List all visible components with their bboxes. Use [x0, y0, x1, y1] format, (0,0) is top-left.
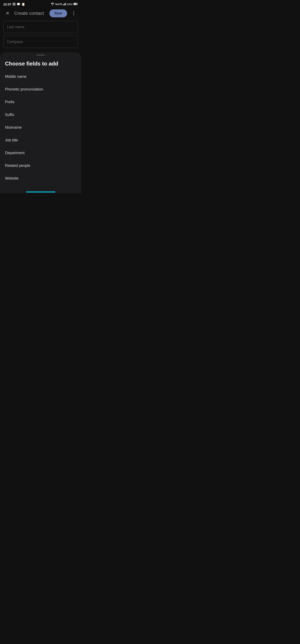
field-item-related-people[interactable]: Related people: [0, 159, 81, 172]
field-item-job-title[interactable]: Job title: [0, 134, 81, 146]
close-icon: ✕: [6, 11, 9, 16]
status-left: 22:57 🖼 💬 📋: [3, 2, 25, 6]
svg-rect-1: [64, 4, 64, 5]
field-list: Middle name Phonetic pronunciation Prefi…: [0, 70, 81, 185]
field-item-middle-name[interactable]: Middle name: [0, 70, 81, 83]
battery-text: 83%: [67, 3, 72, 6]
clipboard-icon: 📋: [21, 2, 25, 6]
svg-rect-5: [74, 3, 77, 4]
svg-rect-2: [65, 3, 65, 5]
svg-rect-0: [63, 4, 63, 5]
field-item-website[interactable]: Website: [0, 172, 81, 185]
sheet-title: Choose fields to add: [0, 60, 81, 70]
messenger-icon: 💬: [17, 2, 20, 6]
status-time: 22:57: [3, 2, 11, 6]
home-indicator: [0, 190, 81, 193]
svg-rect-6: [77, 3, 78, 4]
top-nav: ✕ Create contact Save: [0, 8, 81, 19]
form-area: [0, 19, 81, 50]
field-item-phonetic[interactable]: Phonetic pronunciation: [0, 83, 81, 96]
photo-icon: 🖼: [12, 2, 15, 6]
bottom-sheet: Choose fields to add Middle name Phoneti…: [0, 52, 81, 190]
dot2: [73, 13, 74, 14]
field-item-suffix[interactable]: Suffix: [0, 108, 81, 121]
close-button[interactable]: ✕: [3, 9, 12, 18]
status-bar: 22:57 🖼 💬 📋 VoLTE 83%: [0, 0, 81, 8]
battery-icon: [73, 3, 78, 6]
last-name-input[interactable]: [3, 21, 78, 33]
drag-handle[interactable]: [36, 55, 45, 56]
signal-bars-icon: [63, 2, 66, 6]
page-title: Create contact: [14, 11, 47, 16]
more-options-button[interactable]: [70, 9, 78, 18]
company-input[interactable]: [3, 36, 78, 48]
lte-icon: VoLTE: [55, 3, 62, 6]
save-button[interactable]: Save: [49, 10, 67, 17]
home-bar: [26, 192, 55, 192]
svg-rect-3: [65, 3, 66, 5]
field-item-prefix[interactable]: Prefix: [0, 96, 81, 108]
field-item-department[interactable]: Department: [0, 146, 81, 159]
wifi-icon: [51, 2, 54, 6]
dot1: [73, 12, 74, 12]
status-right: VoLTE 83%: [51, 2, 78, 6]
field-item-nickname[interactable]: Nickname: [0, 121, 81, 134]
dot3: [73, 14, 74, 15]
